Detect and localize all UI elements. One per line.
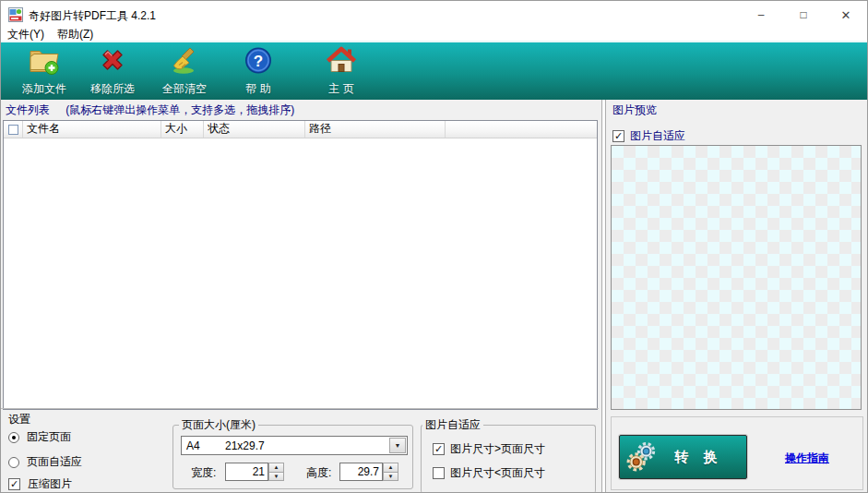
image-smaller-label: 图片尺寸<页面尺寸: [450, 465, 545, 481]
file-list-caption: 文件列表 (鼠标右键弹出操作菜单，支持多选，拖拽排序): [6, 102, 294, 118]
remove-selected-button[interactable]: 移除所选: [80, 45, 145, 97]
page-autofit-label: 页面自适应: [27, 454, 82, 470]
minimize-button[interactable]: –: [740, 1, 782, 29]
page-autofit-radio-row[interactable]: 页面自适应: [8, 454, 82, 470]
page-size-dims: 21x29.7: [225, 439, 389, 452]
maximize-button[interactable]: □: [782, 1, 825, 29]
svg-text:?: ?: [254, 53, 263, 70]
convert-button-label: 转 换: [659, 449, 739, 466]
page-size-group-label: 页面大小(厘米): [179, 418, 258, 431]
image-larger-checkbox-row[interactable]: 图片尺寸>页面尺寸: [433, 441, 545, 457]
clear-all-button[interactable]: 全部清空: [152, 45, 217, 97]
app-window: 奇好图片转PDF工具 4.2.1 – □ ✕ 文件(Y) 帮助(Z): [0, 0, 868, 493]
toolbar-button-label: 主 页: [328, 81, 353, 97]
preview-autofit-checkbox[interactable]: [612, 130, 624, 142]
home-house-icon: [326, 45, 357, 76]
page-autofit-radio[interactable]: [8, 457, 19, 468]
title-bar: 奇好图片转PDF工具 4.2.1 – □ ✕: [1, 1, 867, 29]
arrow-down-icon: ▼: [274, 474, 279, 479]
home-button[interactable]: 主 页: [309, 45, 374, 97]
height-spinner: 29.7 ▲ ▼: [339, 463, 398, 481]
toolbar-button-label: 移除所选: [90, 81, 135, 97]
column-header-status[interactable]: 状态: [204, 121, 305, 138]
preview-autofit-label: 图片自适应: [630, 128, 685, 144]
select-all-checkbox[interactable]: [8, 125, 18, 135]
file-list: 文件名 大小 状态 路径: [3, 120, 598, 410]
convert-button[interactable]: 转 换: [619, 435, 747, 479]
width-input[interactable]: 21: [225, 463, 268, 481]
toolbar-button-label: 添加文件: [22, 81, 66, 97]
image-larger-label: 图片尺寸>页面尺寸: [450, 441, 545, 457]
toolbar: 添加文件 移除所选 全部清空 ? 帮 助: [1, 41, 867, 100]
width-spinner: 21 ▲ ▼: [225, 463, 284, 481]
gears-icon: [625, 440, 659, 474]
minimize-icon: –: [758, 8, 765, 21]
width-spin-down-button[interactable]: ▼: [268, 472, 284, 482]
fixed-page-label: 固定页面: [27, 429, 71, 445]
menu-item-help[interactable]: 帮助(Z): [51, 28, 100, 41]
image-larger-checkbox[interactable]: [433, 443, 445, 455]
arrow-down-icon: ▼: [388, 474, 394, 479]
toolbar-button-label: 全部清空: [162, 81, 207, 97]
page-size-combobox[interactable]: A4 21x29.7 ▼: [181, 436, 408, 455]
settings-divider: [1, 408, 599, 409]
app-logo-icon: [8, 7, 23, 22]
image-smaller-checkbox-row[interactable]: 图片尺寸<页面尺寸: [433, 465, 545, 481]
compress-checkbox-row[interactable]: 压缩图片: [8, 476, 72, 492]
settings-label: 设置: [6, 412, 32, 427]
remove-selected-x-icon: [97, 45, 128, 76]
page-size-dropdown-button[interactable]: ▼: [389, 438, 406, 453]
add-files-button[interactable]: 添加文件: [12, 45, 77, 97]
height-label: 高度:: [306, 465, 331, 481]
help-button[interactable]: ? 帮 助: [226, 45, 291, 97]
window-controls: – □ ✕: [740, 1, 867, 29]
operation-guide-link[interactable]: 操作指南: [785, 451, 829, 466]
height-spin-buttons: ▲ ▼: [383, 463, 398, 481]
image-preview-area: [611, 145, 862, 410]
arrow-up-icon: ▲: [388, 464, 394, 470]
image-autofit-group: 图片自适应 图片尺寸>页面尺寸 图片尺寸<页面尺寸: [421, 425, 596, 493]
compress-checkbox[interactable]: [8, 478, 20, 490]
fixed-page-radio-row[interactable]: 固定页面: [8, 429, 71, 445]
file-list-body[interactable]: [4, 138, 597, 411]
add-files-folder-icon: [29, 45, 60, 76]
action-panel: 转 换 操作指南: [611, 416, 863, 490]
width-spin-buttons: ▲ ▼: [268, 463, 284, 481]
height-input[interactable]: 29.7: [339, 463, 383, 481]
image-autofit-group-label: 图片自适应: [422, 418, 483, 431]
height-spin-down-button[interactable]: ▼: [383, 472, 398, 482]
page-size-group: 页面大小(厘米) A4 21x29.7 ▼ 宽度: 21 ▲ ▼ 高度: 29.…: [172, 425, 413, 489]
preview-autofit-row[interactable]: 图片自适应: [612, 128, 685, 144]
window-title: 奇好图片转PDF工具 4.2.1: [29, 8, 156, 24]
maximize-icon: □: [800, 8, 806, 21]
menu-item-file[interactable]: 文件(Y): [1, 28, 51, 41]
column-header-size[interactable]: 大小: [161, 121, 204, 138]
select-all-header-cell: [4, 121, 23, 138]
help-question-icon: ?: [243, 45, 274, 76]
column-header-filler: [446, 121, 597, 138]
arrow-up-icon: ▲: [274, 464, 279, 470]
image-smaller-checkbox[interactable]: [433, 467, 445, 479]
chevron-down-icon: ▼: [395, 442, 401, 449]
column-header-filename[interactable]: 文件名: [23, 121, 161, 138]
fixed-page-radio[interactable]: [8, 432, 19, 443]
close-icon: ✕: [841, 8, 851, 22]
file-list-header: 文件名 大小 状态 路径: [4, 121, 597, 138]
page-size-preset: A4: [186, 439, 225, 452]
height-spin-up-button[interactable]: ▲: [383, 463, 398, 472]
clear-all-broom-icon: [169, 45, 200, 76]
width-spin-up-button[interactable]: ▲: [268, 463, 284, 472]
toolbar-button-label: 帮 助: [245, 81, 270, 97]
file-list-label: 文件列表: [6, 103, 50, 116]
preview-label: 图片预览: [612, 102, 657, 118]
panel-splitter[interactable]: [600, 100, 607, 493]
menu-bar: 文件(Y) 帮助(Z): [1, 28, 867, 41]
compress-label: 压缩图片: [28, 476, 72, 492]
column-header-path[interactable]: 路径: [305, 121, 446, 138]
file-list-hint: (鼠标右键弹出操作菜单，支持多选，拖拽排序): [65, 103, 294, 116]
width-label: 宽度:: [191, 465, 216, 481]
close-button[interactable]: ✕: [825, 1, 867, 29]
